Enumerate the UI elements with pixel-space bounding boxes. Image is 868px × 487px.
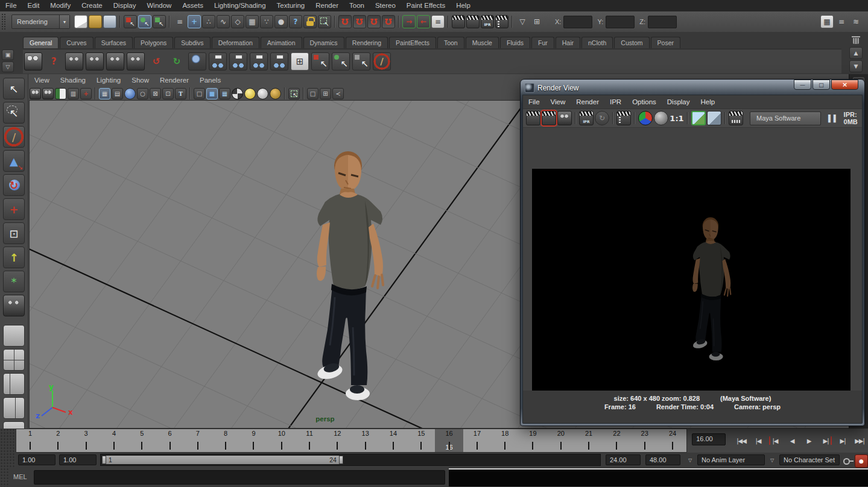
snap-menu-icon[interactable]: ≡ xyxy=(173,15,186,28)
select-by-hierarchy-icon[interactable]: ↖ xyxy=(124,15,137,28)
safe-title-icon[interactable]: T xyxy=(175,88,186,99)
shelf-tab-custom[interactable]: Custom xyxy=(614,37,649,48)
create-camera-icon[interactable] xyxy=(65,52,83,71)
menu-modify[interactable]: Modify xyxy=(45,0,76,11)
range-slider-groove[interactable]: 1 24 xyxy=(100,454,601,466)
save-scene-icon[interactable] xyxy=(103,15,116,28)
maximize-button[interactable]: □ xyxy=(813,80,830,90)
snap-curves-icon[interactable]: ∿ xyxy=(217,15,230,28)
shelf-tab-deformation[interactable]: Deformation xyxy=(212,37,259,48)
timeline-grip[interactable] xyxy=(0,429,16,453)
auto-keyframe-icon[interactable]: ● xyxy=(855,454,868,468)
snap-planes-icon[interactable]: ◇ xyxy=(231,15,244,28)
shelf-tab-toon[interactable]: Toon xyxy=(437,37,464,48)
shelf-tab-fur[interactable]: Fur xyxy=(531,37,554,48)
snap-to-curve-magnet-icon[interactable]: Ω xyxy=(353,15,366,28)
share-view-icon[interactable]: ≺ xyxy=(332,88,344,99)
open-render-view-icon[interactable] xyxy=(452,15,465,28)
play-backwards-button[interactable]: ◀ xyxy=(784,434,800,447)
range-start-handle[interactable] xyxy=(102,456,106,464)
x-input[interactable] xyxy=(563,16,592,28)
shelf-tab-dynamics[interactable]: Dynamics xyxy=(303,37,344,48)
delete-icon[interactable] xyxy=(188,52,206,71)
ipr-refresh-icon[interactable]: ↻ xyxy=(595,111,609,125)
keep-image-icon[interactable] xyxy=(691,111,706,125)
rv-menu-file[interactable]: File xyxy=(523,96,545,108)
menu-display[interactable]: Display xyxy=(108,0,142,11)
camera-tool-icon[interactable] xyxy=(127,52,145,71)
current-time-field[interactable]: 16.00 xyxy=(692,433,726,445)
lighting-default-icon[interactable] xyxy=(257,88,268,99)
panel-menu-lighting[interactable]: Lighting xyxy=(91,75,126,86)
open-render-settings-icon[interactable] xyxy=(729,111,743,125)
ungroup-icon[interactable] xyxy=(250,52,268,71)
shelf-tab-animation[interactable]: Animation xyxy=(261,37,302,48)
move-tool[interactable]: ▲ xyxy=(3,150,25,172)
group-icon[interactable] xyxy=(229,52,247,71)
select-template-icon[interactable]: ↖ xyxy=(311,52,329,71)
character-set-dropdown-icon[interactable]: ▽ xyxy=(767,456,777,464)
lasso-select-tool[interactable]: ↖ xyxy=(3,102,25,124)
shelf-tab-ncloth[interactable]: nCloth xyxy=(581,37,613,48)
menu-stereo[interactable]: Stereo xyxy=(370,0,401,11)
select-component-shelf-icon[interactable]: ↖ xyxy=(352,52,370,71)
menu-window[interactable]: Window xyxy=(141,0,177,11)
create-camera-aim-up-icon[interactable] xyxy=(106,52,124,71)
image-plane-icon[interactable]: ▥ xyxy=(68,88,79,99)
set-key-icon[interactable] xyxy=(841,454,855,468)
paint-effects-icon[interactable]: ∕ xyxy=(373,52,391,71)
select-camera-icon[interactable] xyxy=(30,88,41,99)
render-view-titlebar[interactable]: Render View —□× xyxy=(522,81,863,95)
rv-menu-view[interactable]: View xyxy=(545,96,571,108)
film-gate-icon[interactable]: ▤ xyxy=(112,88,123,99)
use-default-material-icon[interactable] xyxy=(232,88,243,99)
layout-outliner-pane-button[interactable] xyxy=(3,373,25,395)
anim-layer-field[interactable]: No Anim Layer xyxy=(697,454,765,465)
undo-icon[interactable]: ↺ xyxy=(147,52,165,71)
wireframe-icon[interactable]: □ xyxy=(194,88,205,99)
command-results-area[interactable] xyxy=(449,468,868,486)
show-manipulator-tool[interactable]: * xyxy=(3,271,25,292)
shelf-scroll-up-icon[interactable]: ▲ xyxy=(849,47,863,59)
pan-zoom-icon[interactable]: + xyxy=(80,88,92,99)
new-scene-icon[interactable] xyxy=(74,15,87,28)
panel-menu-panels[interactable]: Panels xyxy=(194,75,226,86)
shelf-tab-polygons[interactable]: Polygons xyxy=(134,37,173,48)
rv-menu-ipr[interactable]: IPR xyxy=(604,96,627,108)
render-button[interactable] xyxy=(542,111,556,125)
anim-layer-dropdown-icon[interactable]: ▽ xyxy=(685,456,695,464)
panel-menu-shading[interactable]: Shading xyxy=(55,75,91,86)
mel-command-input[interactable] xyxy=(34,470,445,485)
go-to-start-button[interactable]: |◀◀ xyxy=(733,434,749,447)
mel-label[interactable]: MEL xyxy=(13,473,27,480)
hypergraph-icon[interactable]: ⊞ xyxy=(291,52,309,71)
field-entry-mode-icon[interactable]: ▽ xyxy=(516,15,529,28)
snap-emitter-icon[interactable]: ● xyxy=(274,15,288,28)
play-forwards-button[interactable]: ▶ xyxy=(801,434,817,447)
lighting-used-icon[interactable] xyxy=(270,88,281,99)
character-model[interactable] xyxy=(293,146,407,412)
shelf-tab-general[interactable]: General xyxy=(23,37,59,48)
shelf-tab-curves[interactable]: Curves xyxy=(60,37,93,48)
last-tool-used[interactable] xyxy=(3,295,25,316)
animation-start-field[interactable]: 1.00 xyxy=(18,454,55,465)
open-scene-icon[interactable] xyxy=(89,15,102,28)
redo-previous-render-icon[interactable] xyxy=(526,111,540,125)
snap-move-icon[interactable]: + xyxy=(188,15,201,28)
channel-box-layer-icon[interactable]: ≋ xyxy=(849,15,863,28)
snap-scatter-icon[interactable]: ∵ xyxy=(260,15,273,28)
rendered-image[interactable] xyxy=(532,169,851,410)
menu-edit[interactable]: Edit xyxy=(22,0,45,11)
snap-lattice-icon[interactable]: ▦ xyxy=(246,15,259,28)
output-connections-icon[interactable]: ← xyxy=(417,15,430,28)
close-button[interactable]: × xyxy=(831,80,858,90)
menu-paint-effects[interactable]: Paint Effects xyxy=(401,0,451,11)
playblast-icon[interactable] xyxy=(24,52,42,71)
snapshot-icon[interactable] xyxy=(557,111,572,125)
command-grip[interactable] xyxy=(0,468,8,487)
menu-render[interactable]: Render xyxy=(310,0,344,11)
select-by-object-icon[interactable]: ↖ xyxy=(138,15,151,28)
tool-settings-icon[interactable]: ≡ xyxy=(835,15,848,28)
playback-start-field[interactable]: 1.00 xyxy=(59,454,97,465)
shelf-delete-icon[interactable] xyxy=(849,34,863,46)
